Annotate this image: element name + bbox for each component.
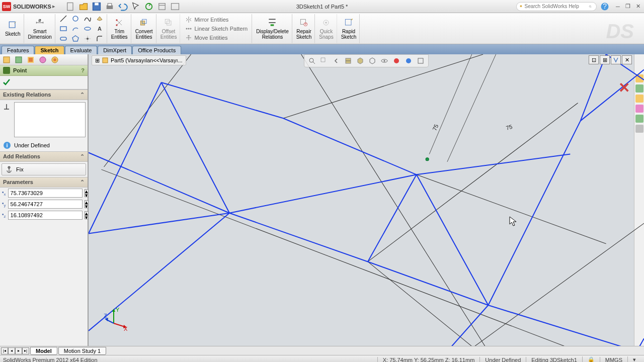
define-status: Under Defined [479, 357, 526, 363]
maximize-button[interactable]: ❐ [624, 3, 632, 11]
print-icon[interactable] [105, 2, 115, 12]
tab-sketch[interactable]: Sketch [35, 46, 64, 54]
quick-snaps-button[interactable]: Quick Snaps [316, 14, 337, 43]
options2-icon[interactable] [170, 2, 180, 12]
hide-show-icon[interactable] [379, 56, 390, 66]
svg-point-62 [394, 58, 399, 63]
expand-icon[interactable]: ⊞ [95, 57, 100, 64]
convert-entities-button[interactable]: Convert Entities [132, 14, 156, 43]
lock-icon[interactable]: 🔒 [582, 356, 600, 362]
param-y-spinner[interactable]: ▴▾ [85, 200, 89, 208]
sketch-button[interactable]: Sketch [2, 14, 24, 43]
minimize-button[interactable]: ─ [614, 3, 622, 11]
apply-scene-icon[interactable] [403, 56, 414, 66]
tab-dimxpert[interactable]: DimXpert [98, 46, 132, 54]
search-input[interactable] [525, 4, 589, 9]
select-icon[interactable] [131, 2, 141, 12]
collapse-icon[interactable]: ⌃ [80, 153, 85, 160]
undo-icon[interactable] [118, 2, 128, 12]
zoom-area-icon[interactable] [318, 56, 330, 66]
tab-nav-next[interactable]: ▸ [15, 347, 22, 354]
polygon-tool[interactable] [70, 34, 80, 43]
view-settings-icon[interactable] [415, 56, 426, 66]
spline-tool[interactable] [83, 14, 93, 23]
previous-view-icon[interactable] [331, 56, 342, 66]
collapse-icon[interactable]: ⌃ [80, 92, 85, 98]
config-manager-tab[interactable] [25, 55, 36, 64]
slot-tool[interactable] [58, 34, 68, 43]
search-go-icon[interactable] [589, 4, 592, 10]
text-tool[interactable]: A [95, 24, 105, 33]
fix-relation-button[interactable]: Fix [2, 163, 86, 175]
tab-nav-prev[interactable]: ◂ [8, 347, 15, 354]
repair-sketch-button[interactable]: + Repair Sketch [293, 14, 315, 43]
close-button[interactable]: ✕ [634, 3, 642, 11]
trim-entities-button[interactable]: Trim Entities [108, 14, 131, 43]
confirm-view1[interactable]: ⊡ [589, 55, 599, 64]
tab-nav-first[interactable]: |◂ [1, 347, 8, 354]
app-menu-dropdown[interactable]: ▸ [52, 3, 55, 10]
help-search[interactable] [516, 2, 597, 11]
dimxpert-manager-tab[interactable] [37, 55, 48, 64]
help-icon[interactable]: ? [600, 2, 610, 12]
display-manager-tab[interactable] [49, 55, 60, 64]
display-style-icon[interactable] [367, 56, 378, 66]
feature-manager-tab[interactable] [1, 55, 12, 64]
accept-button[interactable] [2, 78, 11, 87]
collapse-icon[interactable]: ⌃ [80, 179, 85, 186]
section-view-icon[interactable] [343, 56, 354, 66]
cancel-sketch-button[interactable]: ✕ [618, 79, 630, 96]
point-tool[interactable] [83, 34, 93, 43]
param-y-input[interactable] [8, 200, 83, 209]
move-entities[interactable]: Move Entities [183, 34, 250, 42]
tab-nav-last[interactable]: ▸| [22, 347, 29, 354]
param-z-spinner[interactable]: ▴▾ [85, 211, 89, 219]
close-viewport[interactable]: ✕ [622, 55, 632, 64]
view-orientation-icon[interactable] [355, 56, 366, 66]
param-x-spinner[interactable]: ▴▾ [85, 189, 89, 197]
model-tab[interactable]: Model [30, 347, 57, 355]
param-x-input[interactable] [8, 189, 83, 198]
smart-dimension-button[interactable]: ø Smart Dimension [25, 14, 55, 43]
line-tool[interactable] [58, 14, 68, 23]
confirm-sketch-button[interactable] [611, 55, 621, 64]
arc-tool[interactable] [70, 24, 80, 33]
zoom-fit-icon[interactable] [306, 56, 317, 66]
ellipse-tool[interactable] [83, 24, 93, 33]
circle-tool[interactable] [70, 14, 80, 23]
edit-appearance-icon[interactable] [391, 56, 402, 66]
units-label[interactable]: MMGS [600, 357, 627, 363]
rapid-sketch-button[interactable]: Rapid Sketch [338, 14, 360, 43]
parameters-header[interactable]: Parameters ⌃ [0, 177, 88, 188]
relations-list[interactable] [14, 102, 86, 137]
motion-study-tab[interactable]: Motion Study 1 [58, 347, 106, 355]
fillet-tool[interactable] [95, 34, 105, 43]
open-file-icon[interactable] [78, 2, 89, 12]
new-file-icon[interactable] [65, 2, 75, 12]
rebuild-icon[interactable] [144, 2, 154, 12]
rectangle-tool[interactable] [58, 24, 68, 33]
plane-tool[interactable] [95, 14, 105, 23]
app-logo-icon: SW [2, 2, 11, 11]
display-delete-relations-button[interactable]: Display/Delete Relations [253, 14, 292, 43]
graphics-viewport[interactable]: ⊞ Part5 (Varsayılan<<Varsayı... ⊡ ⊞ ✕ ✕ [89, 54, 644, 346]
tab-office-products[interactable]: Office Products [132, 46, 181, 54]
tab-features[interactable]: Features [2, 46, 34, 54]
save-icon[interactable] [92, 2, 102, 12]
status-menu[interactable]: ▾ [627, 356, 641, 362]
svg-point-28 [116, 24, 118, 26]
selected-point[interactable] [426, 158, 429, 161]
breadcrumb[interactable]: ⊞ Part5 (Varsayılan<<Varsayı... [92, 55, 186, 65]
panel-help-button[interactable]: ? [81, 67, 85, 73]
existing-relations-header[interactable]: Existing Relations ⌃ [0, 89, 88, 100]
confirm-view2[interactable]: ⊞ [600, 55, 610, 64]
options-icon[interactable] [157, 2, 167, 12]
linear-pattern[interactable]: Linear Sketch Pattern [183, 25, 250, 33]
offset-entities-button[interactable]: Offset Entities [157, 14, 181, 43]
param-z-input[interactable] [8, 211, 83, 220]
convert-icon [139, 18, 149, 28]
mirror-entities[interactable]: Mirror Entities [183, 16, 250, 24]
add-relations-header[interactable]: Add Relations ⌃ [0, 151, 88, 162]
property-manager-tab[interactable] [13, 55, 24, 64]
tab-evaluate[interactable]: Evaluate [65, 46, 98, 54]
